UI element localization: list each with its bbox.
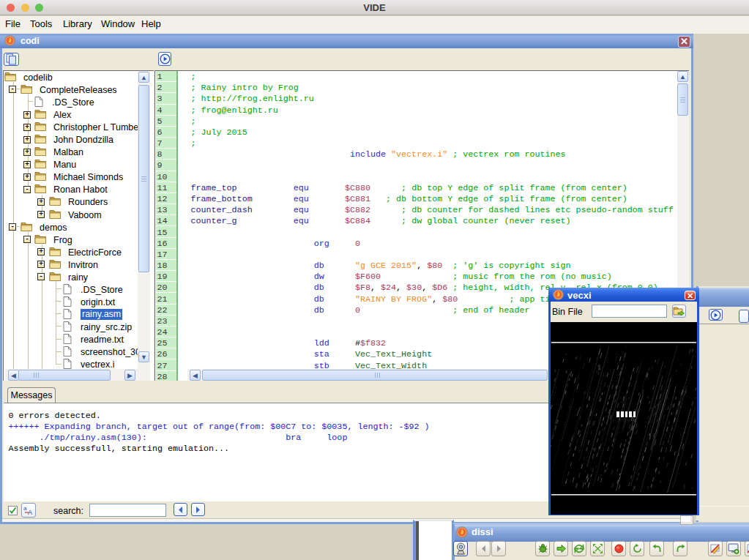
svg-text:a: a	[23, 505, 27, 512]
